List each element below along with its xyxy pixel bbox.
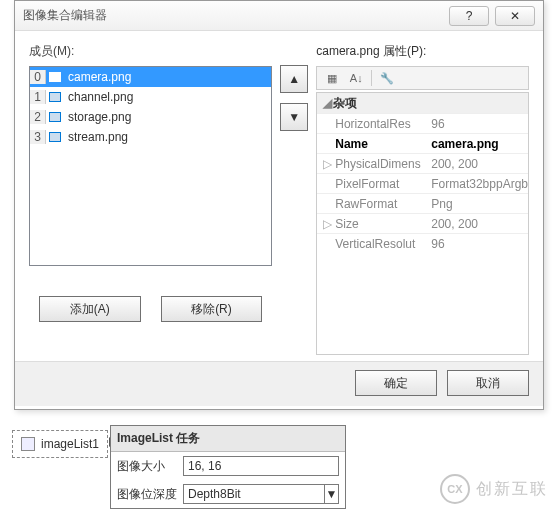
imagelist-tasks-panel: ImageList 任务 图像大小16, 16图像位深度Depth8Bit▼ — [110, 425, 346, 509]
properties-label: camera.png 属性(P): — [316, 43, 529, 60]
list-item[interactable]: 3stream.png — [30, 127, 271, 147]
imagelist-icon — [21, 437, 35, 451]
propgrid-toolbar: ▦ A↓ 🔧 — [316, 66, 529, 90]
members-listbox[interactable]: 0camera.png1channel.png2storage.png3stre… — [29, 66, 272, 266]
watermark-text: 创新互联 — [476, 479, 548, 500]
property-name: RawFormat — [317, 194, 427, 213]
imagelist-label: imageList1 — [41, 437, 99, 451]
watermark-badge: CX — [440, 474, 470, 504]
members-label: 成员(M): — [29, 43, 272, 60]
property-name: VerticalResolut — [317, 234, 427, 253]
list-index: 1 — [30, 90, 46, 104]
task-input[interactable]: Depth8Bit▼ — [183, 484, 339, 504]
list-item-label: stream.png — [64, 130, 128, 144]
move-down-button[interactable]: ▼ — [280, 103, 308, 131]
task-label: 图像大小 — [117, 458, 177, 475]
tasks-header: ImageList 任务 — [111, 426, 345, 452]
property-value[interactable]: camera.png — [427, 134, 528, 153]
move-up-button[interactable]: ▲ — [280, 65, 308, 93]
titlebar: 图像集合编辑器 ? ✕ — [15, 1, 543, 31]
property-value[interactable]: 96 — [427, 114, 528, 133]
remove-button[interactable]: 移除(R) — [161, 296, 263, 322]
task-label: 图像位深度 — [117, 486, 177, 503]
property-name: HorizontalRes — [317, 114, 427, 133]
property-row[interactable]: HorizontalRes96 — [317, 113, 528, 133]
property-row[interactable]: VerticalResolut96 — [317, 233, 528, 253]
arrow-down-icon: ▼ — [288, 110, 300, 124]
watermark: CX 创新互联 — [440, 474, 548, 504]
property-grid[interactable]: ◢杂项HorizontalRes96Namecamera.png▷Physica… — [316, 92, 529, 355]
list-item-label: storage.png — [64, 110, 131, 124]
help-button[interactable]: ? — [449, 6, 489, 26]
property-name: Name — [317, 134, 427, 153]
add-button[interactable]: 添加(A) — [39, 296, 141, 322]
image-icon — [46, 129, 64, 145]
close-button[interactable]: ✕ — [495, 6, 535, 26]
image-icon — [46, 69, 64, 85]
property-row[interactable]: ▷PhysicalDimens200, 200 — [317, 153, 528, 173]
alpha-sort-icon[interactable]: A↓ — [347, 69, 365, 87]
task-row: 图像位深度Depth8Bit▼ — [111, 480, 345, 508]
expand-icon[interactable]: ▷ — [321, 157, 333, 171]
dialog-title: 图像集合编辑器 — [23, 7, 443, 24]
property-value[interactable]: 96 — [427, 234, 528, 253]
property-name: ▷PhysicalDimens — [317, 154, 427, 173]
list-item[interactable]: 1channel.png — [30, 87, 271, 107]
property-row[interactable]: PixelFormatFormat32bppArgb — [317, 173, 528, 193]
category-row[interactable]: ◢杂项 — [317, 93, 528, 113]
property-row[interactable]: RawFormatPng — [317, 193, 528, 213]
image-icon — [46, 109, 64, 125]
close-icon: ✕ — [510, 9, 520, 23]
imagelist-component-chip[interactable]: imageList1 — [12, 430, 108, 458]
categorized-icon[interactable]: ▦ — [323, 69, 341, 87]
help-icon: ? — [466, 9, 473, 23]
property-value[interactable]: Format32bppArgb — [427, 174, 528, 193]
wrench-icon[interactable]: 🔧 — [378, 69, 396, 87]
task-input[interactable]: 16, 16 — [183, 456, 339, 476]
property-value[interactable]: 200, 200 — [427, 154, 528, 173]
arrow-up-icon: ▲ — [288, 72, 300, 86]
chevron-down-icon[interactable]: ▼ — [324, 484, 338, 504]
property-name: PixelFormat — [317, 174, 427, 193]
image-icon — [46, 89, 64, 105]
ok-button[interactable]: 确定 — [355, 370, 437, 396]
list-item-label: channel.png — [64, 90, 133, 104]
cancel-button[interactable]: 取消 — [447, 370, 529, 396]
property-value[interactable]: 200, 200 — [427, 214, 528, 233]
list-item-label: camera.png — [64, 70, 131, 84]
property-row[interactable]: ▷Size200, 200 — [317, 213, 528, 233]
list-index: 2 — [30, 110, 46, 124]
list-index: 3 — [30, 130, 46, 144]
collapse-icon[interactable]: ◢ — [321, 96, 333, 110]
list-item[interactable]: 0camera.png — [30, 67, 271, 87]
property-row[interactable]: Namecamera.png — [317, 133, 528, 153]
task-row: 图像大小16, 16 — [111, 452, 345, 480]
expand-icon[interactable]: ▷ — [321, 217, 333, 231]
property-name: ▷Size — [317, 214, 427, 233]
property-value[interactable]: Png — [427, 194, 528, 213]
list-item[interactable]: 2storage.png — [30, 107, 271, 127]
list-index: 0 — [30, 70, 46, 84]
image-collection-editor-dialog: 图像集合编辑器 ? ✕ 成员(M): 0camera.png1channel.p… — [14, 0, 544, 410]
